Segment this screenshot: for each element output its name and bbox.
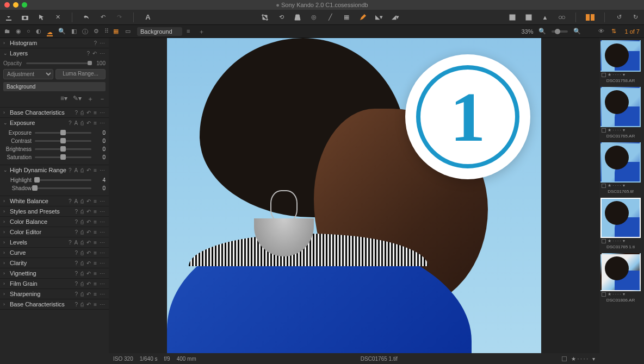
- undo-icon[interactable]: [82, 13, 91, 22]
- layers-header[interactable]: ⌄Layers ?↶⋯: [0, 48, 109, 58]
- panel-white-balance[interactable]: ›White Balance ?A⎙↶≡⋯: [0, 196, 109, 206]
- luma-range-button[interactable]: Luma Range...: [55, 69, 106, 79]
- zoom-slider[interactable]: [552, 30, 568, 33]
- thumbnail[interactable]: ★ · · · ·▾ DSC01765.AR: [600, 87, 641, 140]
- view-grid-icon[interactable]: ▦: [113, 28, 121, 35]
- thumb-checkbox[interactable]: [602, 239, 606, 243]
- zoom-search-icon[interactable]: 🔍: [538, 28, 546, 35]
- menu-icon[interactable]: ⋯: [100, 40, 106, 46]
- slider-saturation[interactable]: Saturation 0: [3, 153, 106, 161]
- overlay-icon[interactable]: ▦: [342, 13, 351, 22]
- eraser-down-icon[interactable]: ◣▾: [375, 13, 383, 22]
- import-icon[interactable]: [4, 13, 13, 22]
- add-layer-icon[interactable]: ＋: [199, 28, 206, 35]
- ruler-icon[interactable]: ╱: [326, 13, 335, 22]
- thumb-rating[interactable]: ★ · · · ·: [608, 239, 621, 243]
- panel-curve[interactable]: ›Curve ?⎙↶≡⋯: [0, 248, 109, 258]
- help-icon[interactable]: ?: [86, 51, 90, 57]
- thumb-tag[interactable]: ▾: [623, 128, 625, 133]
- camera-icon[interactable]: [21, 13, 29, 22]
- reset-tool-icon[interactable]: ↶: [92, 51, 97, 57]
- delete-layer-icon[interactable]: －: [99, 95, 106, 104]
- thumbnail[interactable]: ★ · · · ·▾ DSC01758.AR: [600, 40, 641, 85]
- panel-levels[interactable]: ›Levels ?A⎙↶≡⋯: [0, 237, 109, 247]
- menu-icon[interactable]: ⋯: [100, 51, 106, 57]
- thumb-rating[interactable]: ★ · · · ·: [608, 183, 621, 188]
- layer-opts-icon[interactable]: ≡▾: [60, 95, 67, 104]
- panel-base-characteristics[interactable]: ›Base Characteristics ?⎙↶≡⋯: [0, 299, 109, 309]
- add-layer-icon[interactable]: ＋: [87, 95, 94, 104]
- rating-stars[interactable]: ★ · · · ·: [571, 356, 588, 362]
- basechar-header[interactable]: ›Base Characteristics ?⎙↶≡⋯: [0, 108, 109, 117]
- layer-background[interactable]: Background: [3, 82, 106, 91]
- thumb-tag[interactable]: ▾: [623, 72, 625, 77]
- adjustment-select[interactable]: Adjustment: [3, 69, 53, 79]
- thumbnail[interactable]: ★ · · · ·▾ DSC01806.AR: [600, 253, 641, 304]
- thumb-checkbox[interactable]: [602, 128, 606, 133]
- reset-icon[interactable]: ↶: [98, 13, 107, 22]
- exposure-header[interactable]: ⌄Exposure ?A⎙↶≡⋯: [0, 118, 109, 128]
- color-tab-icon[interactable]: ◐: [36, 28, 41, 35]
- thumb-tag[interactable]: ▾: [623, 183, 625, 188]
- thumb-tag[interactable]: ▾: [623, 239, 625, 243]
- mask-icon[interactable]: ✎▾: [73, 95, 82, 104]
- output-tab-icon[interactable]: ⚙: [94, 28, 99, 35]
- slider-brightness[interactable]: Brightness 0: [3, 145, 106, 153]
- crop-icon[interactable]: [261, 13, 269, 22]
- panel-styles-and-presets[interactable]: ›Styles and Presets ?⎙↶≡⋯: [0, 206, 109, 216]
- exposure-warn-icon[interactable]: [508, 13, 517, 22]
- histogram-header[interactable]: ›Histogram ?⋯: [0, 38, 109, 48]
- capture-tab-icon[interactable]: ◉: [16, 28, 21, 35]
- library-tab-icon[interactable]: 🖿: [4, 28, 10, 35]
- redo-icon[interactable]: ↷: [115, 13, 123, 22]
- keystone-icon[interactable]: [293, 13, 302, 22]
- panel-film-grain[interactable]: ›Film Grain ?⎙↶≡⋯: [0, 279, 109, 288]
- panel-sharpening[interactable]: ›Sharpening ?⎙↶≡⋯: [0, 289, 109, 299]
- grid-view-icon[interactable]: [524, 13, 533, 22]
- zoom-level[interactable]: 33%: [521, 28, 533, 35]
- delete-icon[interactable]: ✕: [53, 13, 62, 22]
- thumbnail[interactable]: ★ · · · ·▾ DSC01765.tif: [600, 142, 641, 196]
- panel-color-balance[interactable]: ›Color Balance ?⎙↶≡⋯: [0, 217, 109, 227]
- proof-icon[interactable]: 👁: [598, 28, 606, 35]
- rotate-left-icon[interactable]: ↺: [615, 13, 623, 22]
- focus-mask-icon[interactable]: ○○: [557, 13, 566, 22]
- rotate-right-icon[interactable]: ↻: [631, 13, 640, 22]
- exposure-tab-icon[interactable]: ☁: [47, 29, 53, 36]
- slider-exposure[interactable]: Exposure 0: [3, 129, 106, 137]
- spot-icon[interactable]: ◎: [309, 13, 318, 22]
- rotate-icon[interactable]: ⟲: [277, 13, 286, 22]
- thumb-rating[interactable]: ★ · · · ·: [608, 72, 621, 77]
- thumb-rating[interactable]: ★ · · · ·: [608, 128, 621, 133]
- before-after-icon[interactable]: [586, 13, 595, 22]
- lens-tab-icon[interactable]: ○: [27, 28, 30, 35]
- sort-icon[interactable]: ⇅: [611, 28, 619, 35]
- warning-icon[interactable]: ▲: [541, 13, 549, 22]
- thumbnail[interactable]: ★ · · · ·▾ DSC01765 1.ti: [600, 198, 641, 251]
- slider-highlight[interactable]: Highlight 4: [3, 176, 106, 184]
- auto-adjust-icon[interactable]: A: [144, 13, 152, 22]
- maximize-window-icon[interactable]: [22, 2, 27, 8]
- slider-contrast[interactable]: Contrast 0: [3, 137, 106, 145]
- layer-select[interactable]: Background: [137, 27, 182, 36]
- slider-shadow[interactable]: Shadow 0: [3, 184, 106, 192]
- adjust-tab-icon[interactable]: ◧: [71, 28, 77, 35]
- brush-icon[interactable]: [358, 13, 367, 22]
- color-tag[interactable]: ▾: [592, 356, 595, 362]
- details-tab-icon[interactable]: 🔍: [58, 28, 66, 35]
- canvas[interactable]: 1: [109, 38, 599, 353]
- fit-icon[interactable]: 🔍: [573, 28, 581, 35]
- panel-color-editor[interactable]: ›Color Editor ?⎙↶≡⋯: [0, 227, 109, 237]
- layer-opts-icon[interactable]: ≡: [187, 28, 194, 35]
- thumb-tag[interactable]: ▾: [623, 292, 625, 297]
- panel-vignetting[interactable]: ›Vignetting ?⎙↶≡⋯: [0, 268, 109, 278]
- close-window-icon[interactable]: [4, 2, 10, 8]
- opacity-slider[interactable]: Opacity 100: [3, 60, 106, 66]
- thumb-checkbox[interactable]: [602, 292, 606, 297]
- thumb-checkbox[interactable]: [602, 184, 606, 188]
- thumb-rating[interactable]: ★ · · · ·: [608, 292, 621, 297]
- view-single-icon[interactable]: ▭: [125, 28, 133, 35]
- cursor-icon[interactable]: [37, 13, 46, 22]
- thumb-checkbox[interactable]: [602, 73, 606, 77]
- panel-clarity[interactable]: ›Clarity ?⎙↶≡⋯: [0, 258, 109, 268]
